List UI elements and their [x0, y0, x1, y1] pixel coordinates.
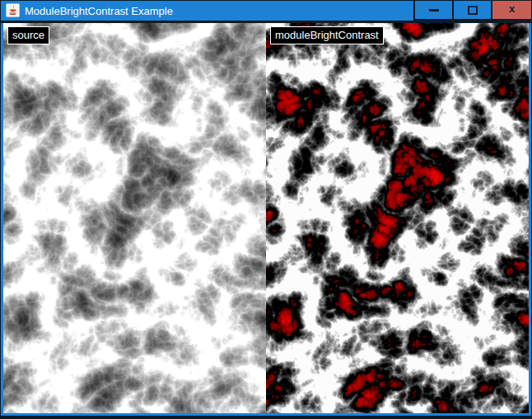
source-label: source [7, 26, 49, 44]
content-area: source moduleBrightContrast [3, 23, 529, 413]
window-title: ModuleBrightContrast Example [25, 1, 173, 21]
maximize-icon [468, 6, 478, 15]
close-button[interactable]: x [492, 1, 531, 19]
app-window: ModuleBrightContrast Example x source mo… [0, 0, 532, 419]
source-panel: source [3, 23, 266, 413]
source-noise-image [3, 23, 266, 413]
maximize-button[interactable] [454, 1, 491, 19]
brightcontrast-noise-image [266, 23, 529, 413]
java-coffee-cup-icon[interactable] [6, 3, 20, 17]
close-icon: x [509, 1, 515, 17]
minimize-button[interactable] [415, 1, 452, 19]
window-controls: x [413, 1, 531, 23]
titlebar[interactable]: ModuleBrightContrast Example x [1, 1, 531, 21]
modulebrightcontrast-panel: moduleBrightContrast [266, 23, 529, 413]
minimize-icon [429, 9, 439, 12]
modulebrightcontrast-label: moduleBrightContrast [270, 26, 384, 44]
